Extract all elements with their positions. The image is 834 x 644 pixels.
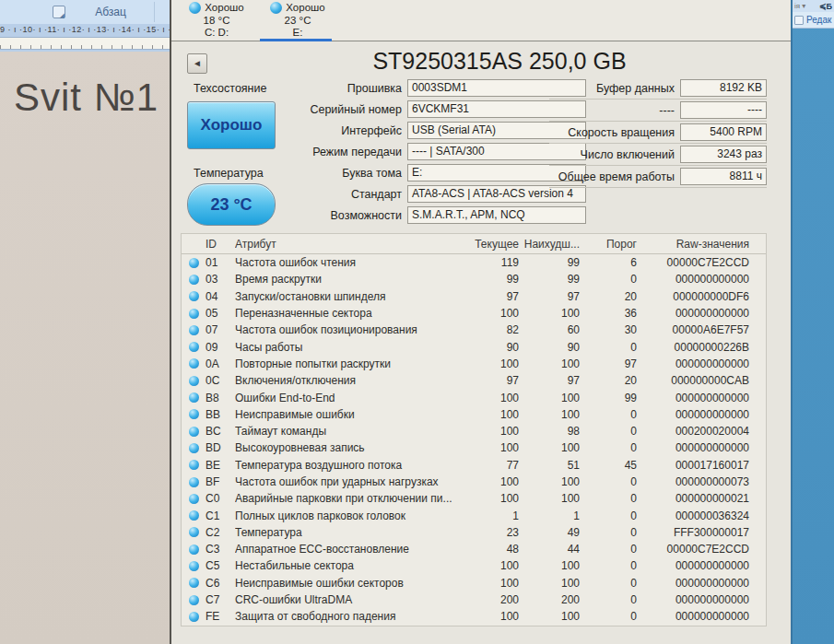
drive-status-line: Хорошо [177,2,256,15]
smart-row[interactable]: C1Полных циклов парковок головок11000000… [182,507,766,523]
status-dot-icon [189,392,199,403]
attr-current: 90 [465,341,519,354]
attr-worst: 90 [519,341,580,354]
attr-raw: 00000C7E2CCD [637,543,766,556]
drive-tab-cd[interactable]: Хорошо18 °CC: D: [177,2,256,40]
attr-threshold: 0 [580,559,637,572]
status-dot-icon [189,578,199,588]
attr-threshold: 20 [580,290,637,303]
smart-row[interactable]: 0CВключения/отключения979720000000000CAB [182,372,766,389]
word-canvas-right: ія ▾ ≼Б Редак [793,0,834,644]
fields-mid: Прошивка0003SDM1Серийный номер6VCKMF31Ин… [171,77,586,226]
attr-worst: 200 [519,593,580,606]
smart-row[interactable]: C7CRC-ошибки UltraDMA2002000000000000000 [182,591,766,608]
attr-threshold: 0 [580,526,637,539]
smart-row[interactable]: 0AПовторные попытки раскрутки10010097000… [182,356,766,372]
attr-id: C0 [206,492,235,505]
attr-current: 100 [465,475,519,488]
attr-id: 01 [206,256,235,269]
smart-row[interactable]: BCТаймаут команды100980000200020004 [182,423,766,439]
smart-row[interactable]: 07Частота ошибок позиционирования8260300… [182,322,766,338]
attr-threshold: 20 [580,374,637,387]
field-row: ИнтерфейсUSB (Serial ATA) [171,120,586,141]
field-row: Прошивка0003SDM1 [171,77,586,99]
attr-current: 100 [465,425,519,438]
smart-row[interactable]: 05Переназначенные сектора100100360000000… [182,305,766,322]
field-row: Число включений3243 раз [549,144,767,166]
attr-name: Температура [235,526,465,539]
attr-current: 97 [465,374,519,387]
word-page[interactable]: Svit №1 [0,52,170,644]
smart-row[interactable]: C3Аппаратное ECC-восстановление484400000… [182,541,766,557]
status-cell [182,258,206,268]
field-label: ---- [549,104,680,117]
attr-name: CRC-ошибки UltraDMA [235,593,465,606]
smart-row[interactable]: 03Время раскрутки99990000000000000 [182,271,766,287]
dialog-launcher-icon[interactable]: ◢ [53,6,65,18]
ribbon-group-separator [154,2,155,22]
attr-worst: 49 [519,526,580,539]
launcher-arrow-glyph: ◢ [60,12,65,18]
smart-row[interactable]: BFЧастота ошибок при ударных нагрузках10… [182,474,766,490]
attr-name: Включения/отключения [235,374,465,387]
attr-id: 03 [206,273,235,286]
field-label: Буква тома [171,167,407,180]
attr-raw: 000000000000 [637,441,766,454]
field-label: Буфер данных [549,82,680,95]
ribbon-group-label: Абзац [72,6,149,18]
attr-threshold: 0 [580,610,637,623]
smart-row[interactable]: 09Часы работы9090000000000226B [182,338,766,355]
disk-status-icon [189,2,201,14]
attr-threshold: 30 [580,323,637,336]
attr-current: 23 [465,526,519,539]
attr-id: C7 [206,593,235,606]
smart-row[interactable]: BBНеисправимые ошибки1001000000000000000 [182,406,766,423]
attr-name: Запуски/остановки шпинделя [235,290,465,303]
attr-current: 1 [465,509,519,522]
back-button[interactable]: ◄ [187,53,207,74]
attr-id: C3 [206,543,235,556]
attr-current: 77 [465,459,519,472]
status-cell [182,392,206,403]
word-ruler[interactable]: 9 · ı ·10· ı ·11· ı ·12· ı ·13· ı ·14· ı… [0,24,170,52]
attr-id: BF [206,475,235,488]
field-row: ВозможностиS.M.A.R.T., APM, NCQ [171,205,586,226]
smart-table-header: ID Атрибут Текущее Наихудш... Порог Raw-… [182,234,766,254]
attr-raw: 000000000000 [637,559,766,572]
smart-row[interactable]: 01Частота ошибок чтения11999600000C7E2CC… [182,254,766,271]
smart-row[interactable]: BDВысокоуровневая запись1001000000000000… [182,439,766,456]
attr-raw: 00000A6E7F57 [637,323,766,336]
field-row: Серийный номер6VCKMF31 [171,99,586,120]
attr-id: 05 [206,307,235,320]
drive-temp: 23 °C [258,15,337,28]
field-label: Режим передачи [171,146,407,158]
attr-id: FE [206,610,235,623]
current-column-header: Текущее [465,238,519,251]
attr-worst: 60 [519,323,580,336]
smart-row[interactable]: FEЗащита от свободного падения1001000000… [182,608,766,625]
dialog-launcher-icon[interactable] [794,16,804,25]
drive-tab-e[interactable]: Хорошо23 °CE: [258,2,337,40]
smart-row[interactable]: 04Запуски/остановки шпинделя979720000000… [182,288,766,305]
status-dot-icon [189,443,199,453]
attr-threshold: 0 [580,341,637,354]
attr-name: Полных циклов парковок головок [235,509,465,522]
status-dot-icon [189,595,199,605]
smart-row[interactable]: C6Неисправимые ошибки секторов1001000000… [182,575,766,591]
ribbon-fragment-text: ія ▾ [794,2,805,10]
ribbon-fragment-group: Редак [793,12,834,29]
attr-current: 100 [465,357,519,370]
smart-row[interactable]: C5Нестабильные сектора100100000000000000… [182,557,766,574]
status-cell [182,342,206,352]
threshold-column-header: Порог [580,238,637,251]
smart-row[interactable]: C2Температура23490FFF300000017 [182,524,766,541]
field-label: Интерфейс [171,124,407,137]
attr-name: Переназначенные сектора [235,307,465,320]
smart-row[interactable]: C0Аварийные парковки при отключении пи..… [182,490,766,507]
attr-raw: 000000000000 [637,408,766,421]
attr-raw: 000000000CAB [637,374,766,387]
status-cell [182,510,206,521]
status-dot-icon [189,376,199,386]
smart-row[interactable]: BEТемпература воздушного потока775145000… [182,457,766,474]
smart-row[interactable]: B8Ошибки End-to-End10010099000000000000 [182,389,766,405]
